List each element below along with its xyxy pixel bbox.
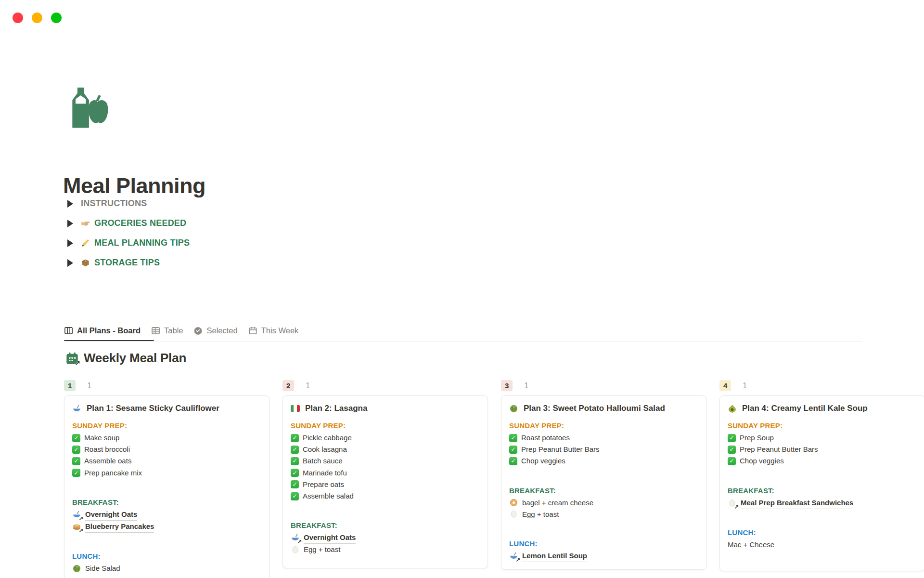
- soup-bowl-icon: [72, 404, 81, 413]
- column-badge[interactable]: 4: [719, 380, 731, 391]
- section-header: LUNCH:: [728, 526, 917, 539]
- tab-all-plans-board[interactable]: All Plans - Board: [64, 326, 141, 335]
- page-icon-grocery[interactable]: [64, 85, 111, 131]
- checked-checkbox-icon[interactable]: ✓: [291, 492, 299, 500]
- card-item-prepare-oats: ✓Prepare oats: [291, 479, 480, 490]
- link-text[interactable]: Blueberry Pancakes: [85, 521, 154, 533]
- card-item-roast-potatoes: ✓Roast potatoes: [509, 432, 698, 444]
- card-item-side-salad: Side Salad: [72, 563, 261, 574]
- toggle-groceries-needed[interactable]: GROCERIES NEEDED: [64, 213, 190, 233]
- tab-label: Selected: [206, 326, 237, 335]
- link-text[interactable]: Overnight Oats: [304, 532, 356, 544]
- toggle-meal-planning-tips[interactable]: MEAL PLANNING TIPS: [64, 233, 190, 253]
- card-section-sunday-prep: SUNDAY PREP:✓Make soup✓Roast broccoli✓As…: [72, 420, 261, 479]
- checked-checkbox-icon[interactable]: ✓: [72, 457, 80, 465]
- card-item-prep-soup: ✓Prep Soup: [728, 432, 917, 444]
- board-column-1: 11Plan 1: Sesame Sticky CauliflowerSUNDA…: [64, 380, 270, 578]
- item-text: Pickle cabbage: [303, 432, 352, 444]
- item-text: bagel + cream cheese: [522, 497, 593, 509]
- card-title-row: Plan 3: Sweet Potato Halloumi Salad: [509, 402, 698, 413]
- column-header: 11: [64, 380, 270, 391]
- minimize-window-button[interactable]: [32, 13, 42, 23]
- card-title-row: Plan 2: Lasagna: [291, 402, 480, 413]
- tab-label: Table: [164, 326, 183, 335]
- checked-checkbox-icon[interactable]: ✓: [728, 434, 736, 442]
- italy-flag-icon: [291, 404, 300, 413]
- toggle-triangle-icon[interactable]: [67, 200, 73, 208]
- soup-bowl-icon: ↗: [291, 533, 300, 542]
- card-title: Plan 1: Sesame Sticky Cauliflower: [87, 404, 219, 413]
- checked-checkbox-icon[interactable]: ✓: [72, 469, 80, 477]
- column-badge[interactable]: 1: [64, 380, 76, 391]
- checked-checkbox-icon[interactable]: ✓: [72, 446, 80, 454]
- toggle-triangle-icon[interactable]: [67, 259, 73, 267]
- checked-checkbox-icon[interactable]: ✓: [728, 446, 736, 454]
- toggle-label: STORAGE TIPS: [94, 258, 160, 268]
- column-count: 1: [524, 381, 528, 390]
- card-plan-3-sweet-potato-halloumi-salad[interactable]: Plan 3: Sweet Potato Halloumi SaladSUNDA…: [501, 395, 706, 570]
- toggle-triangle-icon[interactable]: [67, 239, 73, 247]
- page-link-lemon-lentil-soup[interactable]: ↗Lemon Lentil Soup: [509, 550, 698, 562]
- link-text[interactable]: Lemon Lentil Soup: [522, 550, 587, 562]
- card-plan-2-lasagna[interactable]: Plan 2: LasagnaSUNDAY PREP:✓Pickle cabba…: [282, 395, 488, 568]
- link-arrow-icon: ↗: [78, 516, 83, 522]
- tab-label: All Plans - Board: [77, 326, 141, 335]
- card-section-breakfast: BREAKFAST:↗Meal Prep Breakfast Sandwiche…: [728, 485, 917, 509]
- page-link-overnight-oats[interactable]: ↗Overnight Oats: [72, 509, 261, 521]
- tab-table[interactable]: Table: [151, 326, 183, 335]
- checked-checkbox-icon[interactable]: ✓: [509, 434, 517, 442]
- checked-checkbox-icon[interactable]: ✓: [72, 434, 80, 442]
- card-plan-4-creamy-lentil-kale-soup[interactable]: Plan 4: Creamy Lentil Kale SoupSUNDAY PR…: [719, 395, 924, 571]
- meal-planning-page: Meal Planning INSTRUCTIONSGROCERIES NEED…: [0, 0, 924, 578]
- item-text: Assemble salad: [303, 490, 354, 502]
- salad-icon: [509, 404, 518, 413]
- checked-checkbox-icon[interactable]: ✓: [291, 434, 299, 442]
- board-title: Weekly Meal Plan: [84, 351, 186, 366]
- checked-checkbox-icon[interactable]: ✓: [291, 457, 299, 465]
- toggle-instructions[interactable]: INSTRUCTIONS: [64, 194, 190, 213]
- checked-checkbox-icon[interactable]: ✓: [509, 457, 517, 465]
- column-badge[interactable]: 3: [501, 380, 513, 391]
- card-title: Plan 4: Creamy Lentil Kale Soup: [742, 404, 868, 413]
- item-text: Prepare oats: [303, 479, 344, 490]
- card-section-lunch: LUNCH:↗Lemon Lentil Soup: [509, 538, 698, 562]
- close-window-button[interactable]: [13, 13, 23, 23]
- item-text: Marinade tofu: [303, 467, 347, 479]
- toggle-storage-tips[interactable]: STORAGE TIPS: [64, 253, 190, 273]
- column-header: 21: [282, 380, 488, 391]
- column-count: 1: [87, 381, 91, 390]
- checked-checkbox-icon[interactable]: ✓: [291, 469, 299, 477]
- card-section-lunch: LUNCH:Side Salad: [72, 550, 261, 574]
- link-text[interactable]: Meal Prep Breakfast Sandwiches: [741, 497, 853, 509]
- section-header: SUNDAY PREP:: [291, 420, 480, 432]
- item-text: Assemble oats: [84, 455, 131, 467]
- zoom-window-button[interactable]: [51, 13, 62, 23]
- card-item-pickle-cabbage: ✓Pickle cabbage: [291, 432, 480, 444]
- card-section-sunday-prep: SUNDAY PREP:✓Pickle cabbage✓Cook lasagna…: [291, 420, 480, 502]
- linked-view-heading[interactable]: ↗ Weekly Meal Plan: [65, 351, 186, 366]
- card-item-make-soup: ✓Make soup: [72, 432, 261, 444]
- toggle-triangle-icon[interactable]: [67, 220, 73, 227]
- card-item-prep-peanut-butter-bars: ✓Prep Peanut Butter Bars: [728, 444, 917, 455]
- link-text[interactable]: Overnight Oats: [85, 509, 137, 521]
- section-header: BREAKFAST:: [291, 519, 480, 532]
- column-count: 1: [306, 381, 310, 390]
- checked-checkbox-icon[interactable]: ✓: [509, 446, 517, 454]
- page-link-blueberry-pancakes[interactable]: ↗Blueberry Pancakes: [72, 521, 261, 533]
- column-badge[interactable]: 2: [282, 380, 294, 391]
- tab-this-week[interactable]: This Week: [248, 326, 299, 335]
- card-item-mac-cheese: Mac + Cheese: [728, 539, 917, 551]
- item-text: Roast broccoli: [84, 444, 130, 455]
- item-text: Prep Peanut Butter Bars: [740, 444, 818, 455]
- card-plan-1-sesame-sticky-cauliflower[interactable]: Plan 1: Sesame Sticky CauliflowerSUNDAY …: [64, 395, 270, 578]
- tab-selected[interactable]: Selected: [193, 326, 237, 335]
- page-link-overnight-oats[interactable]: ↗Overnight Oats: [291, 532, 480, 544]
- checked-checkbox-icon[interactable]: ✓: [728, 457, 736, 465]
- calendar-icon: [248, 326, 257, 335]
- checked-checkbox-icon[interactable]: ✓: [291, 446, 299, 454]
- page-link-meal-prep-breakfast-sandwiches[interactable]: ↗Meal Prep Breakfast Sandwiches: [728, 497, 917, 509]
- section-header: LUNCH:: [72, 550, 261, 563]
- card-item-marinade-tofu: ✓Marinade tofu: [291, 467, 480, 479]
- card-section-sunday-prep: SUNDAY PREP:✓Roast potatoes✓Prep Peanut …: [509, 420, 698, 467]
- checked-checkbox-icon[interactable]: ✓: [291, 480, 299, 488]
